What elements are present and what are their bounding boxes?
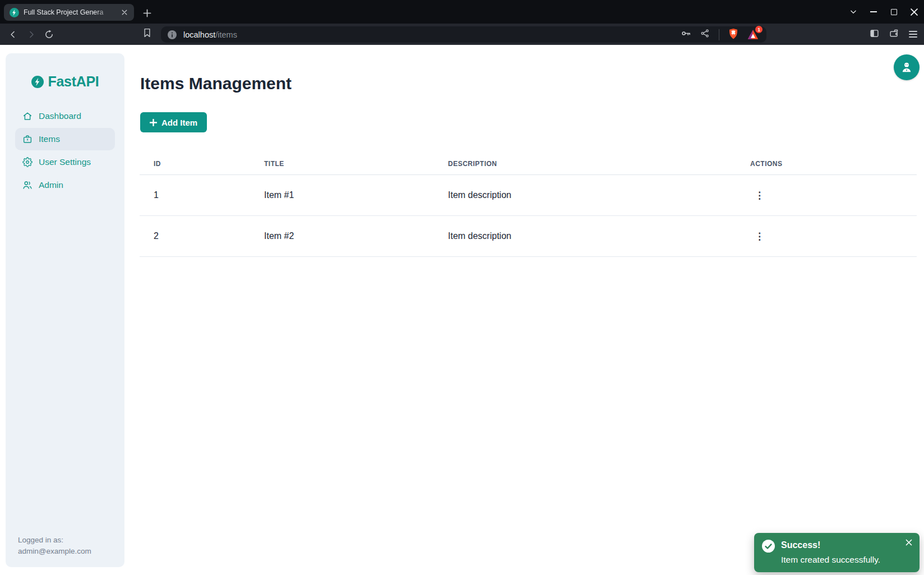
add-item-button[interactable]: Add Item	[140, 112, 207, 132]
add-item-label: Add Item	[161, 118, 197, 127]
brave-shield-icon[interactable]	[728, 28, 738, 42]
user-avatar-button[interactable]	[894, 54, 920, 80]
row-title: Item #2	[264, 231, 448, 241]
logged-in-label: Logged in as:	[18, 535, 91, 546]
row-description: Item description	[448, 190, 739, 200]
column-header-description: DESCRIPTION	[448, 160, 739, 168]
sidebar-item-admin[interactable]: Admin	[15, 174, 115, 196]
logged-in-email: admin@example.com	[18, 546, 91, 557]
sidebar-nav: Dashboard Items User Settings	[6, 105, 124, 196]
sidebar-panel-icon[interactable]	[870, 29, 879, 40]
home-icon	[22, 111, 33, 121]
wallet-icon[interactable]	[889, 29, 899, 40]
row-title: Item #1	[264, 190, 448, 200]
row-description: Item description	[448, 231, 739, 241]
toolbar-right-icons	[870, 24, 917, 45]
reload-button[interactable]	[41, 27, 56, 42]
window-controls	[849, 0, 918, 24]
column-header-id: ID	[140, 160, 264, 168]
forward-button[interactable]	[24, 27, 38, 42]
row-actions-kebab-icon[interactable]: ⋮	[750, 188, 769, 203]
toast-title: Success!	[781, 540, 820, 550]
password-key-icon[interactable]	[681, 28, 691, 41]
url-text[interactable]: localhost/items	[183, 30, 681, 39]
row-id: 1	[140, 190, 264, 200]
toolbar-separator	[719, 29, 719, 40]
table-row: 2 Item #2 Item description ⋮	[140, 216, 917, 257]
users-icon	[22, 180, 33, 190]
url-path: /items	[215, 30, 237, 39]
success-toast: Success! Item created successfully.	[754, 533, 920, 572]
sidebar: FastAPI Dashboard Items	[6, 53, 124, 567]
sidebar-item-label: Dashboard	[39, 111, 81, 121]
page-title: Items Management	[140, 74, 292, 93]
tab-title: Full Stack Project Genera	[24, 8, 115, 16]
table-header-row: ID TITLE DESCRIPTION ACTIONS	[140, 153, 917, 175]
app-logo-text: FastAPI	[48, 73, 99, 90]
app-content: FastAPI Dashboard Items	[0, 45, 924, 575]
column-header-title: TITLE	[264, 160, 448, 168]
items-table: ID TITLE DESCRIPTION ACTIONS 1 Item #1 I…	[140, 153, 917, 257]
sidebar-item-label: Admin	[39, 180, 63, 190]
sidebar-item-user-settings[interactable]: User Settings	[15, 151, 115, 173]
browser-tab-strip: Full Stack Project Genera	[0, 0, 924, 24]
share-icon[interactable]	[700, 29, 710, 40]
sidebar-item-label: User Settings	[39, 157, 91, 167]
close-window-button[interactable]	[909, 7, 918, 16]
briefcase-icon	[22, 134, 33, 144]
logged-in-info: Logged in as: admin@example.com	[18, 535, 91, 557]
table-row: 1 Item #1 Item description ⋮	[140, 175, 917, 216]
column-header-actions: ACTIONS	[739, 160, 917, 168]
url-bar[interactable]: localhost/items	[161, 26, 766, 43]
sidebar-item-label: Items	[39, 134, 60, 144]
fastapi-logo-icon	[31, 76, 44, 88]
url-host: localhost	[183, 30, 215, 39]
rewards-badge: 1	[755, 26, 763, 33]
tab-search-chevron-icon[interactable]	[849, 7, 858, 16]
toast-close-icon[interactable]	[904, 537, 914, 548]
browser-tab[interactable]: Full Stack Project Genera	[4, 4, 134, 21]
sidebar-item-dashboard[interactable]: Dashboard	[15, 105, 115, 127]
gear-icon	[22, 157, 33, 167]
plus-icon	[150, 119, 157, 126]
fastapi-favicon-icon	[10, 8, 19, 17]
toast-message: Item created successfully.	[781, 555, 880, 565]
sidebar-item-items[interactable]: Items	[15, 128, 115, 150]
tab-close-icon[interactable]	[119, 7, 130, 17]
minimize-button[interactable]	[869, 7, 878, 16]
row-id: 2	[140, 231, 264, 241]
maximize-button[interactable]	[889, 7, 898, 16]
check-circle-icon	[762, 540, 775, 553]
menu-hamburger-icon[interactable]	[909, 31, 917, 38]
site-info-icon[interactable]	[168, 30, 177, 39]
row-actions-kebab-icon[interactable]: ⋮	[750, 229, 769, 243]
app-logo: FastAPI	[6, 53, 124, 90]
back-button[interactable]	[6, 27, 20, 42]
brave-rewards-icon[interactable]: 1	[747, 29, 759, 40]
user-avatar-icon	[899, 60, 914, 75]
bookmark-icon[interactable]	[143, 28, 151, 40]
new-tab-button[interactable]	[141, 7, 153, 19]
